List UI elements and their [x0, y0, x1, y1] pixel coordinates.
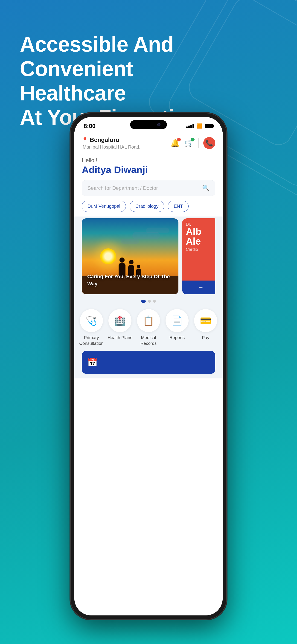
- nav-divider: [198, 138, 199, 148]
- services-section: 🩺 Primary Consultation 🏥 Health Plans: [74, 306, 223, 351]
- quick-tag-1[interactable]: Cradiiology: [130, 200, 164, 212]
- phone-frame: 8:00 📶: [70, 113, 227, 620]
- service-icon-circle-0: 🩺: [80, 309, 103, 332]
- status-time: 8:00: [84, 122, 96, 130]
- signal-bar-2: [188, 126, 190, 128]
- banner-doctor-card: Dr. AlbAle Cardio: [182, 218, 215, 280]
- search-section: Search for Department / Doctor 🔍: [74, 180, 223, 200]
- service-medical-records[interactable]: 📋 Medical Records: [135, 309, 162, 346]
- service-label-3: Reports: [170, 335, 185, 341]
- dynamic-island: [130, 120, 167, 129]
- banner-main[interactable]: Caring For You, Every Step Of The Way: [82, 218, 178, 294]
- carousel-dot-0[interactable]: [141, 300, 146, 303]
- signal-bar-3: [190, 124, 192, 128]
- hero-line2: Convenient Healthcare: [20, 57, 133, 105]
- service-primary-consultation[interactable]: 🩺 Primary Consultation: [78, 309, 105, 346]
- phone-mockup: 8:00 📶: [70, 113, 227, 620]
- carousel-dot-1[interactable]: [148, 300, 151, 303]
- top-nav: 📍 Bengaluru Manipal Hospital HAL Road.. …: [74, 131, 223, 154]
- arrow-right-icon: →: [197, 284, 204, 291]
- service-label-0: Primary Consultation: [78, 335, 105, 346]
- service-pay[interactable]: 💳 Pay: [192, 309, 219, 346]
- services-grid: 🩺 Primary Consultation 🏥 Health Plans: [78, 309, 219, 346]
- service-label-1: Health Plans: [108, 335, 132, 341]
- status-icons: 📶: [186, 123, 214, 129]
- primary-consultation-icon: 🩺: [86, 315, 97, 326]
- sun-element: [100, 248, 116, 264]
- location-hospital: Manipal Hospital HAL Road..: [82, 144, 142, 150]
- carousel-dots: [74, 298, 223, 306]
- location-section[interactable]: 📍 Bengaluru Manipal Hospital HAL Road..: [82, 136, 142, 150]
- bottom-card-section: 📅: [74, 351, 223, 378]
- emergency-call-icon: 📞: [206, 140, 213, 147]
- carousel-dot-2[interactable]: [153, 300, 156, 303]
- location-pin-icon: 📍: [82, 137, 88, 143]
- service-icon-circle-2: 📋: [137, 309, 160, 332]
- cloud-3: [146, 228, 169, 233]
- service-icon-circle-1: 🏥: [108, 309, 132, 332]
- phone-screen: 8:00 📶: [74, 117, 223, 616]
- emergency-call-button[interactable]: 📞: [203, 137, 215, 149]
- hero-line1: Accessible And: [20, 32, 174, 56]
- banner-arrow-button[interactable]: →: [182, 280, 215, 294]
- bottom-card-icon: 📅: [87, 358, 98, 367]
- search-icon: 🔍: [202, 184, 210, 192]
- silhouette-head-child: [137, 265, 140, 268]
- quick-tag-0[interactable]: Dr.M.Venugopal: [82, 200, 126, 212]
- search-box[interactable]: Search for Department / Doctor 🔍: [82, 180, 215, 196]
- signal-bar-4: [192, 124, 194, 128]
- banners-row: Caring For You, Every Step Of The Way Dr…: [82, 218, 215, 294]
- service-label-4: Pay: [202, 335, 210, 341]
- wifi-icon: 📶: [196, 123, 202, 129]
- quick-tags: Dr.M.Venugopal Cradiiology ENT: [74, 200, 223, 216]
- app-content: 📍 Bengaluru Manipal Hospital HAL Road.. …: [74, 131, 223, 616]
- banner-secondary[interactable]: Dr. AlbAle Cardio →: [182, 218, 215, 294]
- service-label-2: Medical Records: [135, 335, 162, 346]
- banner-tagline: Caring For You, Every Step Of The Way: [87, 273, 178, 288]
- nav-icons: 🔔 🛒 📞: [170, 137, 215, 149]
- search-placeholder: Search for Department / Doctor: [88, 185, 198, 191]
- silhouette-head1: [120, 258, 124, 262]
- bottom-card[interactable]: 📅: [82, 351, 215, 374]
- greeting-hello: Hello !: [82, 157, 215, 164]
- signal-bars-icon: [186, 124, 194, 128]
- camera-dot: [157, 123, 160, 126]
- greeting-name: Aditya Diwanji: [82, 164, 215, 176]
- signal-bar-1: [186, 126, 188, 128]
- doctor-specialty: Cardio: [186, 247, 215, 252]
- silhouette-head2: [129, 260, 134, 264]
- service-health-plans[interactable]: 🏥 Health Plans: [106, 309, 133, 346]
- cloud-2: [121, 239, 139, 244]
- bell-button[interactable]: 🔔: [170, 139, 180, 148]
- bell-badge: [177, 138, 181, 142]
- greeting-section: Hello ! Aditya Diwanji: [74, 154, 223, 180]
- cart-button[interactable]: 🛒: [184, 139, 194, 148]
- medical-records-icon: 📋: [143, 315, 154, 326]
- pay-icon: 💳: [200, 315, 211, 326]
- quick-tag-2[interactable]: ENT: [168, 200, 188, 212]
- battery-icon: [205, 124, 214, 128]
- doctor-name-short: AlbAle: [186, 227, 215, 246]
- banner-section: Caring For You, Every Step Of The Way Dr…: [74, 216, 223, 298]
- service-icon-circle-4: 💳: [194, 309, 217, 332]
- location-city: Bengaluru: [90, 136, 120, 144]
- location-row: 📍 Bengaluru: [82, 136, 142, 144]
- service-reports[interactable]: 📄 Reports: [164, 309, 190, 346]
- health-plans-icon: 🏥: [114, 315, 126, 326]
- service-icon-circle-3: 📄: [166, 309, 188, 332]
- cart-badge: [191, 138, 194, 142]
- reports-icon: 📄: [171, 315, 183, 326]
